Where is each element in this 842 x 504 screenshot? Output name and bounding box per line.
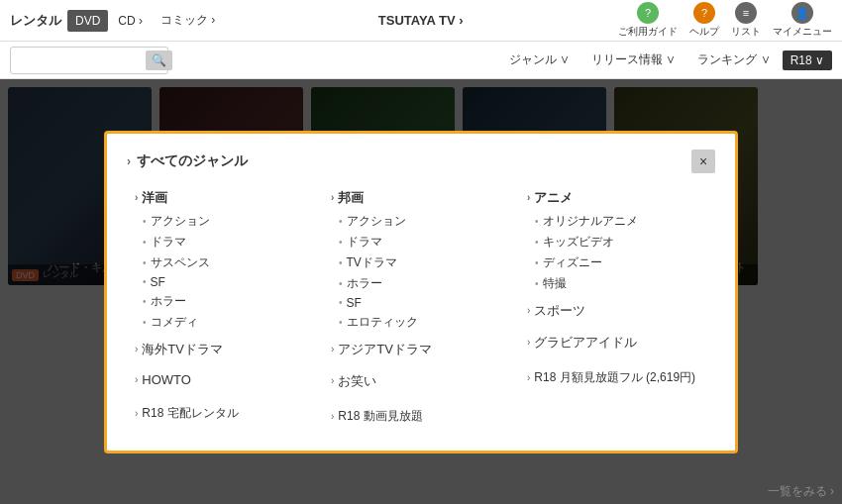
anime-kids[interactable]: キッズビデオ: [535, 232, 707, 252]
my-menu-label: マイメニュー: [773, 25, 832, 39]
anime-heading[interactable]: › アニメ: [527, 189, 707, 207]
my-menu-icon-item[interactable]: 👤 マイメニュー: [773, 2, 832, 39]
owarai-label: お笑い: [338, 372, 376, 390]
search-input[interactable]: [17, 53, 146, 67]
houga-label: 邦画: [338, 189, 364, 207]
overseas-tv-link[interactable]: › 海外TVドラマ: [135, 341, 315, 358]
r18-video-link[interactable]: › R18 動画見放題: [331, 408, 511, 425]
owarai-section: › お笑い: [323, 368, 519, 394]
gravure-link[interactable]: › グラビアアイドル: [527, 334, 707, 352]
list-label: リスト: [731, 25, 761, 39]
guide-icon: ?: [637, 2, 659, 24]
sub-header: 🔍 ジャンル ∨ リリース情報 ∨ ランキング ∨ R18 ∨: [0, 42, 842, 79]
r18-full-chevron-icon: ›: [527, 372, 530, 383]
sports-link[interactable]: › スポーツ: [527, 302, 707, 320]
howto-label: HOWTO: [142, 372, 191, 387]
gravure-label: グラビアアイドル: [534, 334, 637, 352]
houga-erotic[interactable]: エロティック: [339, 312, 511, 333]
search-button[interactable]: 🔍: [146, 50, 172, 70]
asia-tv-label: アジアTVドラマ: [338, 341, 432, 358]
header-left: レンタル DVD CD › コミック ›: [10, 8, 223, 33]
youga-action[interactable]: アクション: [143, 211, 315, 232]
overseas-tv-label: 海外TVドラマ: [142, 341, 223, 358]
youga-section: › 洋画 アクション ドラマ サスペンス SF ホラー コメディ: [127, 185, 323, 337]
search-box: 🔍: [10, 47, 168, 74]
owarai-link[interactable]: › お笑い: [331, 372, 511, 390]
anime-tokusatsu[interactable]: 特撮: [535, 273, 707, 294]
howto-link[interactable]: › HOWTO: [135, 372, 315, 387]
nav-item-cd[interactable]: CD ›: [110, 10, 151, 32]
anime-list: オリジナルアニメ キッズビデオ ディズニー 特撮: [535, 211, 707, 294]
howto-section: › HOWTO: [127, 368, 323, 391]
youga-list: アクション ドラマ サスペンス SF ホラー コメディ: [143, 211, 315, 333]
howto-chevron-icon: ›: [135, 374, 138, 385]
guide-icon-item[interactable]: ? ご利用ガイド: [618, 2, 678, 39]
houga-list: アクション ドラマ TVドラマ ホラー SF エロティック: [339, 211, 511, 333]
modal-column-1: › 洋画 アクション ドラマ サスペンス SF ホラー コメディ ›: [127, 185, 323, 435]
anime-original[interactable]: オリジナルアニメ: [535, 211, 707, 232]
help-icon: ?: [693, 2, 715, 24]
list-icon: ≡: [735, 2, 757, 24]
asia-tv-link[interactable]: › アジアTVドラマ: [331, 341, 511, 358]
owarai-chevron-icon: ›: [331, 375, 334, 386]
youga-chevron-icon: ›: [135, 192, 138, 203]
content-area: ハード・キル DVD レンタル 帰るな合の役道 DVD レンタル エクストリーム…: [0, 79, 842, 504]
header-nav: DVD CD › コミック ›: [67, 8, 223, 33]
genre-modal: › すべてのジャンル × › 洋画 アクション ドラマ サスペンス SF: [104, 131, 738, 454]
nav-item-comic[interactable]: コミック ›: [153, 8, 223, 33]
modal-header: › すべてのジャンル ×: [127, 150, 715, 173]
tsutaya-tv-link[interactable]: TSUTAYA TV ›: [223, 13, 618, 28]
houga-tv-drama[interactable]: TVドラマ: [339, 252, 511, 273]
help-icon-item[interactable]: ? ヘルプ: [689, 2, 719, 39]
houga-sf[interactable]: SF: [339, 294, 511, 312]
guide-label: ご利用ガイド: [618, 25, 678, 39]
gravure-chevron-icon: ›: [527, 337, 530, 348]
houga-section: › 邦画 アクション ドラマ TVドラマ ホラー SF エロティック: [323, 185, 519, 337]
r18-rental-section: › R18 宅配レンタル: [127, 397, 323, 426]
r18-video-chevron-icon: ›: [331, 411, 334, 422]
gravure-section: › グラビアアイドル: [519, 330, 715, 355]
houga-heading[interactable]: › 邦画: [331, 189, 511, 207]
ranking-nav[interactable]: ランキング ∨: [687, 48, 780, 72]
sports-section: › スポーツ: [519, 298, 715, 324]
sports-label: スポーツ: [534, 302, 585, 320]
anime-section: › アニメ オリジナルアニメ キッズビデオ ディズニー 特撮: [519, 185, 715, 298]
modal-close-button[interactable]: ×: [691, 150, 715, 173]
youga-drama[interactable]: ドラマ: [143, 232, 315, 252]
asia-tv-section: › アジアTVドラマ: [323, 337, 519, 362]
houga-drama[interactable]: ドラマ: [339, 232, 511, 252]
youga-sf[interactable]: SF: [143, 273, 315, 291]
houga-chevron-icon: ›: [331, 192, 334, 203]
modal-chevron-icon: ›: [127, 154, 131, 168]
asia-tv-chevron-icon: ›: [331, 344, 334, 354]
youga-suspense[interactable]: サスペンス: [143, 252, 315, 273]
youga-comedy[interactable]: コメディ: [143, 312, 315, 333]
release-nav[interactable]: リリース情報 ∨: [581, 48, 685, 72]
youga-horror[interactable]: ホラー: [143, 291, 315, 312]
modal-column-3: › アニメ オリジナルアニメ キッズビデオ ディズニー 特撮 › スポーツ: [519, 185, 715, 435]
r18-video-label: R18 動画見放題: [338, 408, 422, 425]
youga-heading[interactable]: › 洋画: [135, 189, 315, 207]
houga-action[interactable]: アクション: [339, 211, 511, 232]
r18-rental-label: R18 宅配レンタル: [142, 405, 238, 422]
modal-title-text: すべてのジャンル: [137, 152, 248, 170]
modal-title-container: › すべてのジャンル: [127, 152, 248, 170]
sub-header-right: ジャンル ∨ リリース情報 ∨ ランキング ∨ R18 ∨: [499, 48, 832, 72]
modal-columns: › 洋画 アクション ドラマ サスペンス SF ホラー コメディ ›: [127, 185, 715, 435]
genre-nav[interactable]: ジャンル ∨: [499, 48, 579, 72]
r18-rental-chevron-icon: ›: [135, 408, 138, 419]
r18-rental-link[interactable]: › R18 宅配レンタル: [135, 405, 315, 422]
anime-label: アニメ: [534, 189, 573, 207]
anime-disney[interactable]: ディズニー: [535, 252, 707, 273]
r18-full-link[interactable]: › R18 月額見放題フル (2,619円): [527, 369, 707, 386]
my-menu-icon: 👤: [791, 2, 813, 24]
sports-chevron-icon: ›: [527, 305, 530, 316]
nav-item-dvd[interactable]: DVD: [67, 10, 108, 32]
youga-label: 洋画: [142, 189, 167, 207]
list-icon-item[interactable]: ≡ リスト: [731, 2, 761, 39]
header: レンタル DVD CD › コミック › TSUTAYA TV › ? ご利用ガ…: [0, 0, 842, 42]
overseas-tv-section: › 海外TVドラマ: [127, 337, 323, 362]
r18-badge[interactable]: R18 ∨: [783, 50, 832, 70]
houga-horror[interactable]: ホラー: [339, 273, 511, 294]
help-label: ヘルプ: [689, 25, 719, 39]
